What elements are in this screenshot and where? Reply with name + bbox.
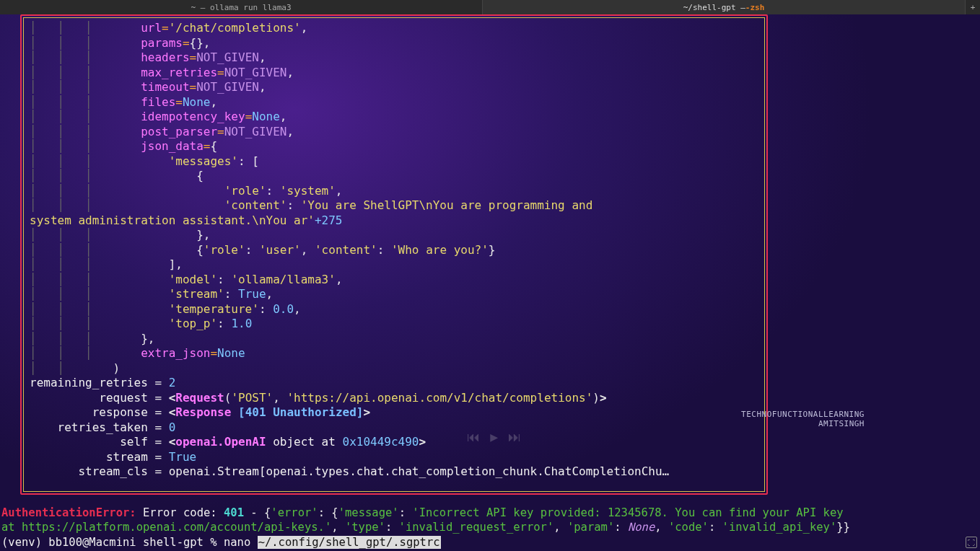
prev-icon: ⏮	[467, 429, 480, 444]
prompt-line[interactable]: (venv) bb100@Macmini shell-gpt % nano ~/…	[1, 535, 979, 550]
error-line: AuthenticationError: Error code: 401 - {…	[1, 506, 979, 521]
traceback-panel: │ │ │ url='/chat/completions', │ │ │ par…	[20, 14, 768, 495]
shell-arg: ~/.config/shell_gpt/.sgptrc	[258, 536, 441, 549]
fwd-icon: ⏭	[508, 429, 521, 444]
tab-shellgpt[interactable]: ~/shell-gpt — -zsh	[483, 0, 966, 14]
shell-prompt: (venv) bb100@Macmini shell-gpt %	[1, 536, 224, 549]
shell-command: nano	[224, 536, 258, 549]
tab-label-prefix: ~/shell-gpt —	[683, 3, 745, 12]
tab-ollama[interactable]: ~ — ollama run llama3	[0, 0, 483, 14]
new-tab-button[interactable]: +	[966, 0, 980, 14]
terminal-output[interactable]: AuthenticationError: Error code: 401 - {…	[1, 506, 979, 550]
fullscreen-icon[interactable]: ⛶	[966, 537, 977, 548]
tab-label-shell: -zsh	[745, 3, 765, 12]
watermark: TECHNOFUNCTIONALLEARNING AMITSINGH	[741, 410, 865, 428]
media-overlay: ⏮ ▶ ⏭	[467, 429, 521, 444]
watermark-line2: AMITSINGH	[741, 419, 865, 428]
traceback-panel-inner: │ │ │ url='/chat/completions', │ │ │ par…	[23, 17, 765, 492]
watermark-line1: TECHNOFUNCTIONALLEARNING	[741, 410, 865, 419]
play-icon: ▶	[490, 429, 498, 444]
terminal-tab-bar: ~ — ollama run llama3 ~/shell-gpt — -zsh…	[0, 0, 980, 14]
error-line-2: at https://platform.openai.com/account/a…	[1, 520, 979, 535]
tab-label: ~ — ollama run llama3	[191, 3, 291, 12]
code-block: │ │ │ url='/chat/completions', │ │ │ par…	[30, 21, 758, 480]
